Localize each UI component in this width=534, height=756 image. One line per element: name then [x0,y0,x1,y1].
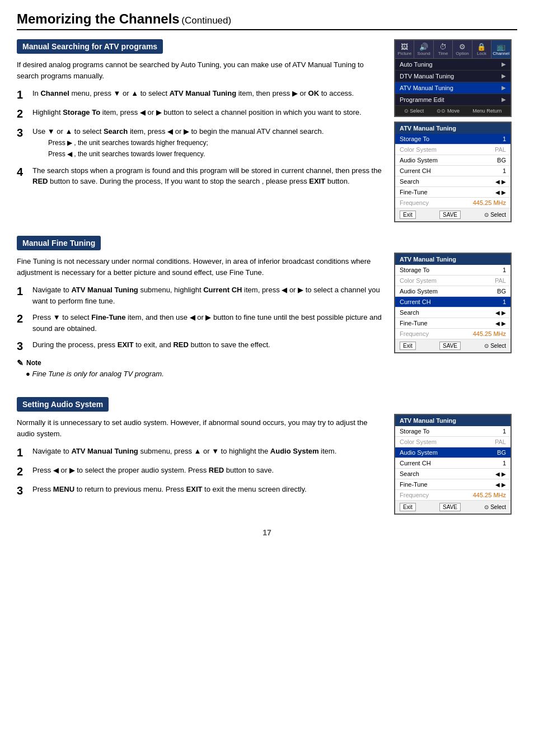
section1-right-panels: 🖼 Picture 🔊 Sound ⏱ Time ⚙ Option [394,39,517,222]
section-manual-searching: Manual Searching for ATV programs If des… [17,39,517,222]
atv-row-storage-to: Storage To 1 [395,426,510,437]
page-title: Memorizing the Channels (Continued) [17,11,517,30]
step-item: 3 Use ▼ or ▲ to select Search item, pres… [17,126,383,160]
tab-time: ⏱ Time [434,40,453,58]
atv-row-fine-tune: Fine-Tune ◀ ▶ [395,479,510,490]
section3-steps: 1 Navigate to ATV Manual Tuning submenu,… [17,446,383,497]
atv-panel-2-title: ATV Manual Tuning [395,254,510,265]
section2-intro: Fine Tuning is not necessary under norma… [17,256,383,278]
step-item: 2 Highlight Storage To item, press ◀ or … [17,107,383,120]
tv-menu-tabs: 🖼 Picture 🔊 Sound ⏱ Time ⚙ Option [395,40,510,59]
tab-sound: 🔊 Sound [414,40,433,58]
atv-panel-1-title: ATV Manual Tuning [395,123,510,134]
tv-menu-top: 🖼 Picture 🔊 Sound ⏱ Time ⚙ Option [394,39,512,117]
menu-item-dtv-manual: DTV Manual Tuning ▶ [395,71,510,82]
section1-intro: If desired analog programs cannot be sea… [17,59,383,81]
section-fine-tuning: Manual Fine Tuning Fine Tuning is not ne… [17,236,517,384]
note-text: ● Fine Tune is only for analog TV progra… [26,370,383,378]
section1-steps: 1 In Channel menu, press ▼ or ▲ to selec… [17,88,383,187]
tab-picture: 🖼 Picture [395,40,414,58]
atv-row-search: Search ◀ ▶ [395,469,510,479]
atv-row-color-system: Color System PAL [395,437,510,447]
atv-row-audio-system: Audio System BG [395,155,510,166]
atv-row-search: Search ◀ ▶ [395,176,510,187]
section2-steps: 1 Navigate to ATV Manual Tuning submenu,… [17,284,383,353]
atv-row-frequency: Frequency 445.25 MHz [395,490,510,501]
note-icon: ✎ [17,358,24,367]
section1-header: Manual Searching for ATV programs [17,39,163,54]
tab-option: ⚙ Option [453,40,472,58]
atv-row-search: Search ◀ ▶ [395,307,510,318]
atv-row-color-system: Color System PAL [395,276,510,286]
atv-row-fine-tune: Fine-Tune ◀ ▶ [395,187,510,198]
section3-content: Setting Audio System Normally it is unne… [17,397,383,515]
step-item: 4 The search stops when a program is fou… [17,165,383,187]
section3-intro: Normally it is unnecessary to set audio … [17,417,383,439]
atv-row-frequency: Frequency 445.25 MHz [395,198,510,208]
atv-row-storage-to: Storage To 1 [395,134,510,144]
tv-menu-footer: ⊙ Select ⊙⊙ Move Menu Return [395,106,510,116]
atv-panel-2: ATV Manual Tuning Storage To 1 Color Sys… [394,253,512,353]
page-number: 17 [17,528,517,537]
step-item: 3 Press MENU to return to previous menu.… [17,484,383,497]
tab-lock: 🔒 Lock [472,40,491,58]
section1-content: Manual Searching for ATV programs If des… [17,39,383,222]
atv-panel-1: ATV Manual Tuning Storage To 1 Color Sys… [394,122,512,222]
atv-row-current-ch: Current CH 1 [395,458,510,469]
tv-menu-items: Auto Tuning ▶ DTV Manual Tuning ▶ ATV Ma… [395,59,510,106]
atv-row-frequency: Frequency 445.25 MHz [395,329,510,339]
step-item: 3 During the process, press EXIT to exit… [17,339,383,353]
step-item: 2 Press ▼ to select Fine-Tune item, and … [17,312,383,334]
atv-row-audio-system: Audio System BG [395,447,510,458]
step-item: 2 Press ◀ or ▶ to select the proper audi… [17,465,383,478]
menu-item-programme-edit: Programme Edit ▶ [395,94,510,106]
atv-row-current-ch: Current CH 1 [395,297,510,307]
atv-row-audio-system: Audio System BG [395,286,510,297]
step-item: 1 Navigate to ATV Manual Tuning submenu,… [17,446,383,459]
step-item: 1 Navigate to ATV Manual Tuning submenu,… [17,284,383,306]
menu-item-atv-manual: ATV Manual Tuning ▶ [395,82,510,94]
section3-header: Setting Audio System [17,397,109,412]
section2-content: Manual Fine Tuning Fine Tuning is not ne… [17,236,383,384]
atv-panel-3: ATV Manual Tuning Storage To 1 Color Sys… [394,414,512,515]
atv-panel-2-footer: Exit SAVE ⊙ Select [395,339,510,352]
atv-panel-3-title: ATV Manual Tuning [395,415,510,426]
step-item: 1 In Channel menu, press ▼ or ▲ to selec… [17,88,383,101]
menu-item-auto-tuning: Auto Tuning ▶ [395,59,510,71]
atv-panel-3-footer: Exit SAVE ⊙ Select [395,501,510,514]
atv-row-color-system: Color System PAL [395,144,510,155]
section-audio-system: Setting Audio System Normally it is unne… [17,397,517,515]
note-box: ✎ Note ● Fine Tune is only for analog TV… [17,358,383,378]
section2-right-panel: ATV Manual Tuning Storage To 1 Color Sys… [394,236,517,384]
atv-row-current-ch: Current CH 1 [395,166,510,176]
atv-panel-1-footer: Exit SAVE ⊙ Select [395,208,510,221]
tab-channel: 📺 Channel [491,40,510,58]
section2-header: Manual Fine Tuning [17,236,101,250]
atv-row-fine-tune: Fine-Tune ◀ ▶ [395,318,510,329]
atv-row-storage-to: Storage To 1 [395,265,510,276]
section3-right-panel: ATV Manual Tuning Storage To 1 Color Sys… [394,397,517,515]
